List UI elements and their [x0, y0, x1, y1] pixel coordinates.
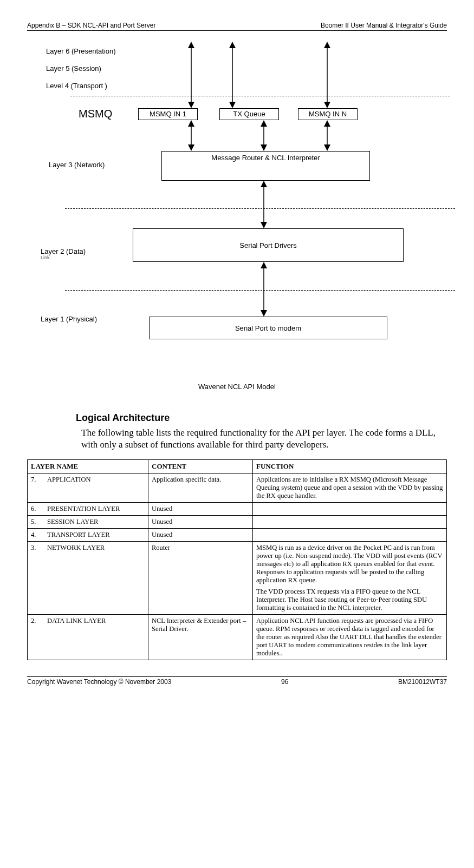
layers-table: LAYER NAME CONTENT FUNCTION 7.APPLICATIO…	[27, 459, 447, 660]
svg-marker-23	[261, 310, 267, 317]
svg-marker-13	[261, 120, 267, 127]
row-name: SESSION LAYER	[44, 516, 148, 529]
table-row: 4.TRANSPORT LAYERUnused	[28, 529, 447, 542]
row-num: 3.	[28, 542, 44, 615]
label-layer1: Layer 1 (Physical)	[41, 315, 97, 323]
label-layer6: Layer 6 (Presentation)	[46, 47, 116, 55]
row-content: Unused	[148, 529, 253, 542]
label-layer2-b: Link	[41, 255, 50, 260]
svg-marker-8	[324, 102, 330, 108]
architecture-diagram: Layer 6 (Presentation) Layer 5 (Session)…	[27, 47, 447, 366]
arrow-up-2	[229, 42, 236, 108]
section-heading: Logical Architecture	[76, 412, 447, 424]
table-row: 6.PRESENTATION LAYERUnused	[28, 503, 447, 516]
arrow-m2	[260, 120, 268, 151]
svg-marker-22	[261, 262, 267, 268]
box-message-router: Message Router & NCL Interpreter	[161, 151, 370, 181]
label-layer2-a: Layer 2 (Data)	[41, 247, 86, 255]
svg-marker-4	[229, 42, 236, 48]
row-function	[253, 516, 447, 529]
arrow-up-3	[323, 42, 331, 108]
table-row: 2.DATA LINK LAYERNCL Interpreter & Exten…	[28, 615, 447, 660]
row-name: PRESENTATION LAYER	[44, 503, 148, 516]
row-name: APPLICATION	[44, 474, 148, 503]
arrow-router-drivers	[260, 181, 268, 228]
header-left: Appendix B – SDK NCL-API and Port Server	[27, 22, 155, 29]
box-tx-queue: TX Queue	[219, 108, 279, 120]
arrow-drivers-port	[260, 262, 268, 317]
box-serial-port: Serial Port to modem	[149, 317, 387, 339]
label-msmq: MSMQ	[79, 108, 112, 120]
row-content: Router	[148, 542, 253, 615]
svg-marker-10	[188, 120, 194, 127]
svg-marker-5	[229, 102, 236, 108]
svg-marker-11	[188, 144, 194, 151]
table-row: 7.APPLICATIONApplication specific data.A…	[28, 474, 447, 503]
row-content: NCL Interpreter & Extender port – Serial…	[148, 615, 253, 660]
diagram-caption: Wavenet NCL API Model	[27, 383, 447, 391]
th-content: CONTENT	[148, 460, 253, 474]
box-serial-drivers: Serial Port Drivers	[133, 228, 404, 262]
row-num: 4.	[28, 529, 44, 542]
divider-1	[70, 96, 450, 96]
row-num: 6.	[28, 503, 44, 516]
row-function: Application NCL API function requests ar…	[253, 615, 447, 660]
arrow-m3	[323, 120, 331, 151]
row-name: TRANSPORT LAYER	[44, 529, 148, 542]
row-function	[253, 503, 447, 516]
table-row: 3.NETWORK LAYERRouterMSMQ is run as a de…	[28, 542, 447, 615]
footer-left: Copyright Wavenet Technology © November …	[27, 678, 171, 686]
svg-marker-2	[188, 102, 194, 108]
row-function	[253, 529, 447, 542]
page-footer: Copyright Wavenet Technology © November …	[27, 676, 447, 686]
svg-marker-20	[261, 222, 267, 228]
row-num: 7.	[28, 474, 44, 503]
header-right: Boomer II User Manual & Integrator's Gui…	[321, 22, 447, 29]
label-layer5: Layer 5 (Session)	[46, 64, 101, 73]
intro-paragraph: The following table lists the required f…	[81, 427, 436, 451]
box-msmq-in-n: MSMQ IN N	[298, 108, 358, 120]
row-name: DATA LINK LAYER	[44, 615, 148, 660]
row-function: MSMQ is run as a device driver on the Po…	[253, 542, 447, 615]
footer-right: BM210012WT37	[398, 678, 447, 686]
svg-marker-7	[324, 42, 330, 48]
row-num: 5.	[28, 516, 44, 529]
row-content: Application specific data.	[148, 474, 253, 503]
svg-marker-14	[261, 144, 267, 151]
arrow-m1	[187, 120, 195, 151]
row-content: Unused	[148, 516, 253, 529]
label-layer3: Layer 3 (Network)	[49, 161, 105, 169]
th-function: FUNCTION	[253, 460, 447, 474]
svg-marker-17	[324, 144, 330, 151]
box-msmq-in-1: MSMQ IN 1	[138, 108, 198, 120]
page-header: Appendix B – SDK NCL-API and Port Server…	[27, 22, 447, 31]
label-level4: Level 4 (Transport )	[46, 82, 107, 90]
row-content: Unused	[148, 503, 253, 516]
row-name: NETWORK LAYER	[44, 542, 148, 615]
row-num: 2.	[28, 615, 44, 660]
svg-marker-16	[324, 120, 330, 127]
table-row: 5.SESSION LAYERUnused	[28, 516, 447, 529]
svg-marker-19	[261, 181, 267, 187]
row-function: Applications are to initialise a RX MSMQ…	[253, 474, 447, 503]
footer-center: 96	[281, 678, 288, 686]
arrow-up-1	[187, 42, 195, 108]
svg-marker-1	[188, 42, 194, 48]
th-layer: LAYER NAME	[28, 460, 148, 474]
